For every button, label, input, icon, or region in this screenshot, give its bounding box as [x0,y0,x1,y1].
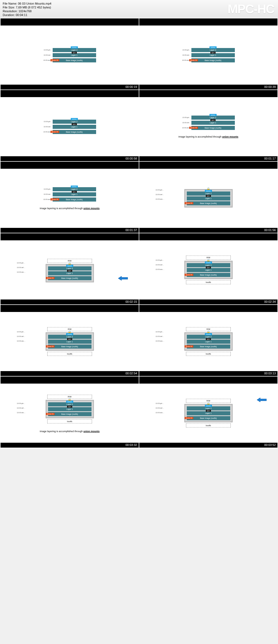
bootfs-layer: bootfs [186,423,231,428]
layer-1-bar: nginxLayer 1 [53,53,96,57]
video-frame: 13.03:ghi…UpdatesLayer 2 13.03:def…nginx… [1,169,139,228]
updates-tag: Updates [71,118,78,120]
base-layer-bar: Ubuntu OSBase Image (rootfs) [191,58,235,62]
thumbnail-cell[interactable]: 13.03:ghi…13.03:def…13.03:abc…R/W 🔒 Upda… [1,233,139,304]
nginx-tag: nginx [67,406,72,408]
hash-labels: 13.03:ghi…13.03:def…13.03:abc… [17,331,26,342]
nginx-tag: nginx [72,191,77,193]
updates-tag: Updates [205,190,212,192]
filesize-label: File Size: [3,6,15,9]
updates-tag: Updates [71,46,78,49]
caption: Image layering is accomplished through u… [40,430,100,433]
ubuntu-tag: Ubuntu OS [189,59,198,61]
ubuntu-tag: Ubuntu OS [46,413,55,415]
thumbnail-grid: 13.03:ghi…UpdatesLayer 2 13.03:def…nginx… [0,18,278,448]
base-layer-bar: Ubuntu OSBase Image (rootfs) [187,416,230,420]
hash-label: 13.03:ghi… [43,188,52,190]
updates-tag: Updates [205,405,212,407]
ubuntu-tag: Ubuntu OS [46,277,55,279]
caption-emphasis: union mounts [222,135,238,138]
locked-box: 🔒 UpdatesLayer 2 nginxLayer 1 Ubuntu OSB… [46,400,94,418]
base-layer-bar: Ubuntu OSBase Image (rootfs) [191,126,235,130]
caption-emphasis: union mounts [83,430,100,433]
base-layer-bar: Ubuntu OSBase Image (rootfs) [187,345,230,349]
resolution-label: Resolution: [3,9,18,13]
ubuntu-tag: Ubuntu OS [50,198,59,200]
svg-marker-0 [118,276,128,280]
nginx-tag: nginx [210,52,216,54]
layer-stack: 13.03:ghi…UpdatesLayer 2 13.03:def…nginx… [182,116,235,130]
caption-emphasis: union mounts [83,207,100,210]
timestamp: 00:00:39 [139,85,277,90]
ubuntu-tag: Ubuntu OS [185,417,194,419]
locked-box: 🔒 UpdatesLayer 2 nginxLayer 1 Ubuntu OSB… [184,189,233,208]
video-frame: 13.03:ghi…13.03:def…13.03:abc…R/W 🔒 Upda… [1,312,139,371]
updates-tag: Updates [209,46,217,49]
updates-tag: Updates [205,262,212,264]
thumbnail-cell[interactable]: 13.03:ghi…UpdatesLayer 2 13.03:def…nginx… [1,90,139,161]
ubuntu-tag: Ubuntu OS [185,274,194,276]
thumbnail-cell[interactable]: 13.03:ghi…13.03:def…13.03:abc… 🔒 Updates… [139,162,277,233]
thumbnail-cell[interactable]: 13.03:ghi…13.03:def…13.03:abc…R/W 🔒 Upda… [139,233,277,304]
filename: 06 03 Union Mounts.mp4 [18,2,51,5]
timestamp: 00:00:19 [1,85,139,90]
ubuntu-tag: Ubuntu OS [46,345,55,347]
base-layer-bar: Ubuntu OSBase Image (rootfs) [48,412,91,416]
nginx-tag: nginx [67,270,72,272]
thumbnail-cell[interactable]: 13.03:ghi…13.03:def…13.03:abc…R/W 🔒 Upda… [139,305,277,376]
filesize: 7,69 MB (8 072 452 bytes) [16,6,51,9]
ubuntu-tag: Ubuntu OS [50,59,59,61]
nginx-tag: nginx [206,410,211,412]
thumbnail-cell[interactable]: 13.03:ghi…UpdatesLayer 2 13.03:def…nginx… [1,18,139,90]
bootfs-layer: bootfs [47,352,92,356]
nginx-tag: nginx [206,195,211,197]
thumbnail-cell[interactable]: 13.03:ghi…UpdatesLayer 2 13.03:def…nginx… [139,90,277,161]
video-frame: 13.03:ghi…UpdatesLayer 2 13.03:def…nginx… [1,97,139,156]
hash-label: 13.03:def… [43,54,52,56]
base-layer-bar: Ubuntu OSBase Image (rootfs) [48,276,91,280]
timestamp: 00:03:52 [139,443,277,448]
hash-label: 13.03:def… [43,193,52,195]
layer-stack: 13.03:ghi…UpdatesLayer 2 13.03:def…nginx… [43,120,96,134]
thumbnail-cell[interactable]: 13.03:ghi…UpdatesLayer 2 13.03:def…nginx… [1,162,139,233]
nginx-tag: nginx [206,338,211,340]
layer-1-bar: nginxLayer 1 [53,192,96,196]
layer-1-bar: nginxLayer 1 [187,340,230,344]
filename-label: File Name: [3,2,17,5]
updates-tag: Updates [66,401,73,403]
thumbnail-cell[interactable]: 13.03:ghi…UpdatesLayer 2 13.03:def…nginx… [139,18,277,90]
arrow-icon [257,398,267,402]
updates-tag: Updates [209,114,217,116]
layer-stack: 13.03:ghi…UpdatesLayer 2 13.03:def…nginx… [43,187,96,202]
bootfs-layer: bootfs [47,419,92,423]
timestamp: 00:03:13 [139,371,277,376]
layer-1-bar: nginxLayer 1 [48,340,91,344]
resolution: 1024x768 [18,9,31,13]
ubuntu-tag: Ubuntu OS [50,131,59,133]
hash-labels: 13.03:ghi…13.03:def…13.03:abc… [156,259,164,270]
header: File Name: 06 03 Union Mounts.mp4 File S… [0,0,278,18]
video-frame: 13.03:ghi…13.03:def…13.03:abc…R/W 🔒 Upda… [139,312,277,371]
updates-tag: Updates [71,186,78,188]
layer-1-bar: nginxLayer 1 [187,196,230,200]
video-frame: 13.03:ghi…13.03:def…13.03:abc…R/W 🔒 Upda… [1,384,139,443]
nginx-tag: nginx [206,266,211,269]
layer-1-bar: nginxLayer 1 [191,53,235,57]
thumbnail-cell[interactable]: 13.03:ghi…13.03:def…13.03:abc…R/W 🔒 Upda… [1,305,139,376]
hash-labels: 13.03:ghi…13.03:def…13.03:abc… [156,189,164,200]
layer-1-bar: nginxLayer 1 [48,271,91,275]
layer-1-bar: nginxLayer 1 [48,407,91,411]
locked-box: 🔒 UpdatesLayer 2 nginxLayer 1 Ubuntu OSB… [184,332,233,351]
ubuntu-tag: Ubuntu OS [185,202,194,204]
layer-1-bar: nginxLayer 1 [187,268,230,272]
nginx-tag: nginx [67,338,72,340]
base-layer-bar: Ubuntu OSBase Image (rootfs) [187,201,230,205]
bootfs-layer: bootfs [186,280,231,284]
timestamp: 00:00:58 [1,156,139,161]
thumbnail-cell[interactable]: 13.03:ghi…13.03:def…13.03:abc…R/W 🔒 Upda… [139,377,277,448]
updates-tag: Updates [205,333,212,335]
hash-labels: 13.03:ghi…13.03:def…13.03:abc… [17,262,26,273]
hash-labels: 13.03:ghi…13.03:def…13.03:abc… [156,331,164,342]
thumbnail-cell[interactable]: 13.03:ghi…13.03:def…13.03:abc…R/W 🔒 Upda… [1,377,139,448]
base-layer-bar: Ubuntu OSBase Image (rootfs) [48,345,91,349]
